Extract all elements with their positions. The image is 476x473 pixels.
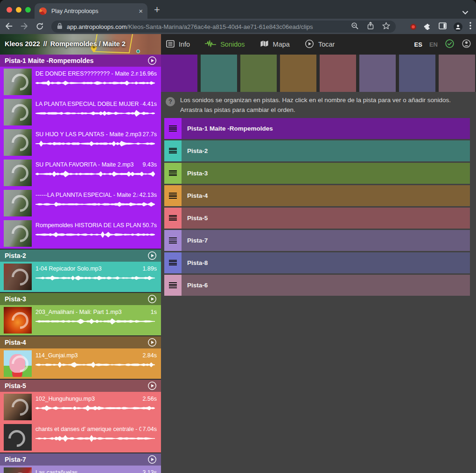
clip-item[interactable]: 102_Hunguhungu.mp32.56s — [0, 392, 161, 422]
nav-item-tocar[interactable]: Tocar — [305, 39, 335, 50]
track-row-body[interactable]: Pista-3 — [182, 163, 470, 184]
color-swatch — [359, 55, 396, 92]
track-header[interactable]: Pista-7 — [0, 453, 161, 466]
nav-item-label: Mapa — [273, 41, 290, 48]
track-row[interactable]: Pista-2 — [164, 140, 470, 161]
clip-item[interactable]: 1-04 Repicador Solo.mp31.89s — [0, 262, 161, 292]
clip-item[interactable]: chants et danses d' amerique centrale - … — [0, 422, 161, 452]
clip-item[interactable]: Las castañuelas3.13s — [0, 466, 161, 473]
lang-en-button[interactable]: EN — [429, 41, 438, 48]
tab-title: Play Antropoloops — [51, 8, 134, 14]
map-thumbnail-header[interactable]: Kleos 2022//Rompemoldes / Maite 2 — [0, 34, 161, 55]
play-track-button[interactable] — [147, 381, 157, 390]
address-bar[interactable]: app.antropoloops.com/Kleos-Santa-Marina/… — [51, 21, 396, 33]
breadcrumb[interactable]: Kleos 2022//Rompemoldes / Maite 2 — [5, 40, 126, 48]
drag-handle-icon — [169, 237, 177, 243]
back-button[interactable] — [4, 21, 14, 33]
breadcrumb-separator: // — [43, 40, 47, 48]
track-row[interactable]: Pista-6 — [164, 275, 470, 296]
clip-item[interactable]: 203_Amalihani - Mali: Part 1.mp31s — [0, 305, 161, 335]
play-track-button[interactable] — [147, 56, 157, 65]
tab-search-chevron-icon[interactable] — [462, 8, 469, 16]
tocar-icon — [305, 39, 314, 50]
clip-title-row: SU PLANTA FAVORITA - Maite 2.mp39.43s — [35, 161, 157, 168]
track-row[interactable]: Pista-4 — [164, 185, 470, 206]
track-row[interactable]: Pista-7 — [164, 230, 470, 251]
track-clips: 102_Hunguhungu.mp32.56schants et danses … — [0, 392, 161, 452]
clip-duration: 4.41s — [142, 101, 157, 107]
lang-es-button[interactable]: ES — [414, 41, 422, 48]
clip-meta: SU HIJO Y LAS PLANTAS - Maite 2.mp327.7s — [35, 129, 157, 158]
track-row-body[interactable]: Pista-2 — [182, 140, 470, 161]
track-header[interactable]: Pista-2 — [0, 250, 161, 262]
drag-handle[interactable] — [164, 185, 182, 206]
clip-duration: 50.7s — [142, 222, 157, 229]
track-row[interactable]: Pista-3 — [164, 163, 470, 184]
clip-duration: 27.7s — [142, 131, 157, 138]
track-row-body[interactable]: Pista-7 — [182, 230, 470, 251]
play-track-button[interactable] — [147, 338, 157, 347]
clip-item[interactable]: DE DONDE ERES???????? - Maite 2.mp316.96… — [0, 67, 161, 97]
extensions-puzzle-icon[interactable] — [423, 21, 432, 32]
help-question-icon: ? — [166, 97, 175, 106]
drag-handle[interactable] — [164, 208, 182, 229]
zoom-icon[interactable] — [351, 22, 359, 32]
drag-handle[interactable] — [164, 275, 182, 296]
side-panel-icon[interactable] — [439, 22, 447, 31]
sync-check-icon[interactable] — [445, 39, 455, 50]
clip-item[interactable]: Rompemoldes HISTORIA DE LAS PLANTAS...50… — [0, 218, 161, 249]
drag-handle[interactable] — [164, 252, 182, 273]
clip-item[interactable]: SU HIJO Y LAS PLANTAS - Maite 2.mp327.7s — [0, 127, 161, 158]
minimize-window-button[interactable] — [16, 7, 21, 13]
browser-menu-icon[interactable] — [469, 22, 471, 31]
track-row-body[interactable]: Pista-5 — [182, 208, 470, 229]
clip-item[interactable]: ------LA PLANNTA ESPECIAL - Maite 2.mp34… — [0, 188, 161, 218]
nav-item-mapa[interactable]: Mapa — [260, 40, 290, 49]
nav-item-info[interactable]: Info — [166, 40, 190, 49]
track-header[interactable]: Pista-1 Maite -Rompemoldes — [0, 55, 161, 67]
clip-item[interactable]: 114_Gunjai.mp32.84s — [0, 348, 161, 379]
tab-close-icon[interactable]: × — [139, 7, 143, 14]
play-track-button[interactable] — [147, 251, 157, 260]
reload-button[interactable] — [35, 22, 44, 33]
browser-tab[interactable]: Play Antropoloops × — [35, 3, 147, 19]
maximize-window-button[interactable] — [25, 7, 31, 13]
play-track-button[interactable] — [147, 294, 157, 304]
new-tab-button[interactable]: + — [154, 4, 160, 16]
track-row-body[interactable]: Pista-6 — [182, 275, 470, 296]
nav-item-sonidos[interactable]: Sonidos — [205, 40, 245, 49]
header-right-controls: ES EN — [414, 34, 471, 55]
drag-handle[interactable] — [164, 118, 182, 139]
share-icon[interactable] — [367, 21, 374, 32]
track-header[interactable]: Pista-5 — [0, 380, 161, 392]
track-header[interactable]: Pista-4 — [0, 336, 161, 348]
play-track-button[interactable] — [147, 455, 157, 464]
track-row-body[interactable]: Pista-8 — [182, 252, 470, 273]
clip-title-row: 1-04 Repicador Solo.mp31.89s — [35, 265, 157, 272]
track-header[interactable]: Pista-3 — [0, 293, 161, 305]
drag-handle-icon — [169, 282, 177, 288]
track-row-body[interactable]: Pista-4 — [182, 185, 470, 206]
bookmark-star-icon[interactable] — [382, 22, 390, 31]
drag-handle[interactable] — [164, 163, 182, 184]
forward-button[interactable] — [20, 21, 29, 33]
account-icon[interactable] — [462, 39, 471, 50]
track-row[interactable]: Pista-8 — [164, 252, 470, 273]
url-domain: app.antropoloops.com — [67, 23, 127, 30]
track-row-body[interactable]: Pista-1 Maite -Rompemoldes — [182, 118, 470, 139]
profile-avatar[interactable] — [454, 22, 462, 31]
clip-item[interactable]: LA PLANTA ESPECIAL DOBLE MUJER - Mai...4… — [0, 97, 161, 127]
track-row[interactable]: Pista-1 Maite -Rompemoldes — [164, 118, 470, 139]
record-indicator-icon[interactable] — [410, 24, 416, 30]
lock-icon[interactable] — [57, 22, 63, 31]
clip-item[interactable]: SU PLANTA FAVORITA - Maite 2.mp39.43s — [0, 158, 161, 188]
track-clips: DE DONDE ERES???????? - Maite 2.mp316.96… — [0, 67, 161, 249]
track-row-label: Pista-1 Maite -Rompemoldes — [187, 125, 273, 132]
track-row[interactable]: Pista-5 — [164, 208, 470, 229]
close-window-button[interactable] — [7, 7, 12, 13]
clip-title-row: Rompemoldes HISTORIA DE LAS PLANTAS...50… — [35, 222, 157, 229]
breadcrumb-project[interactable]: Kleos 2022 — [5, 40, 40, 48]
drag-handle[interactable] — [164, 230, 182, 251]
track-name: Pista-1 Maite -Rompemoldes — [5, 57, 147, 64]
drag-handle[interactable] — [164, 140, 182, 161]
